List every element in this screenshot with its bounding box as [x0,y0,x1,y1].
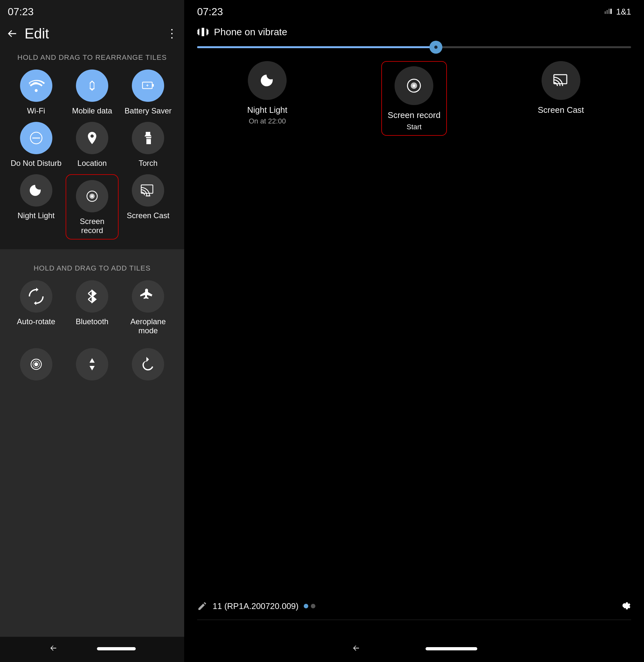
edit-icon[interactable] [197,601,207,611]
dot-blue [304,604,308,608]
add-tiles-grid: Auto-rotate Bluetooth [10,280,175,342]
page-title: Edit [25,25,160,42]
tile-battery-saver[interactable]: + Battery Saver [122,69,175,115]
tile-night-light[interactable]: Night Light [10,174,62,239]
status-right-icons: 1&1 [603,7,631,17]
torch-icon [139,129,157,147]
more-options-button[interactable]: ⋮ [166,27,178,40]
signal-icon [603,7,612,17]
tile-do-not-disturb[interactable]: Do Not Disturb [10,122,62,168]
aeroplane-label: Aeroplane mode [122,317,175,335]
back-button[interactable] [6,28,18,40]
dnd-label: Do Not Disturb [11,159,62,168]
qs-screen-record-label: Screen record [388,110,440,120]
extra-tiles-grid [10,342,175,381]
settings-button-right[interactable] [618,599,631,613]
build-info-container: 11 (RP1A.200720.009) [197,601,315,611]
battery-saver-label: Battery Saver [125,106,171,115]
tile-screen-record[interactable]: Screen record [66,174,118,239]
battery-saver-circle: + [132,69,164,102]
rearrange-section-label: HOLD AND DRAG TO REARRANGE TILES [0,48,184,69]
wifi-circle [20,69,52,102]
screen-cast-icon [139,182,157,199]
location-circle [76,122,108,154]
vibrate-label: Phone on vibrate [214,26,287,38]
data-saver-icon [83,356,101,373]
brightness-icon [432,43,440,51]
indicator-dots [304,604,315,608]
dot-gray [311,604,315,608]
location-label: Location [77,159,107,168]
brightness-thumb[interactable] [430,41,442,54]
tiles-grid: Wi-Fi Mobile data + Battery [0,69,184,249]
tile-torch[interactable]: Torch [122,122,175,168]
mobile-data-label: Mobile data [72,106,112,115]
svg-line-10 [88,296,92,299]
tile-location[interactable]: Location [66,122,118,168]
location-icon [83,129,101,147]
torch-circle [132,122,164,154]
mobile-data-icon [83,77,101,94]
screen-record-icon [83,187,101,205]
qs-tile-screen-record[interactable]: Screen record Start [344,61,484,136]
tile-extra-2[interactable] [66,348,118,381]
nav-back-right[interactable] [351,643,361,654]
qs-tile-screen-cast[interactable]: Screen Cast [491,61,631,136]
tile-bluetooth[interactable]: Bluetooth [66,280,118,335]
carrier-label: 1&1 [616,7,631,17]
wifi-label: Wi-Fi [27,106,45,115]
home-pill-right[interactable] [426,647,477,650]
vibrate-icon [197,26,209,38]
sync-icon [139,356,157,373]
qs-tile-night-light[interactable]: Night Light On at 22:00 [197,61,337,136]
gear-icon [618,599,631,612]
time-left: 07:23 [8,6,33,18]
qs-screen-cast-circle [542,61,580,100]
screen-record-label: Screen record [71,217,113,235]
mobile-data-circle [76,69,108,102]
extra-circle-2 [76,348,108,381]
aeroplane-circle [132,280,164,313]
tile-wifi[interactable]: Wi-Fi [10,69,62,115]
edit-header: Edit ⋮ [0,18,184,48]
bottom-info-row: 11 (RP1A.200720.009) [184,599,644,620]
svg-text:+: + [146,83,148,88]
qs-screen-record-circle [394,66,433,105]
qs-night-light-sublabel: On at 22:00 [249,117,286,125]
tile-aeroplane-mode[interactable]: Aeroplane mode [122,280,175,335]
dnd-circle [20,122,52,154]
right-panel: 07:23 1&1 Phone on vibrate [184,0,644,662]
tile-mobile-data[interactable]: Mobile data [66,69,118,115]
aeroplane-icon [139,288,157,305]
qs-screen-record-sublabel: Start [407,123,421,131]
status-bar-left: 07:23 [0,0,184,18]
tile-screen-cast[interactable]: Screen Cast [122,174,175,239]
night-light-circle [20,174,52,207]
qs-tiles-grid: Night Light On at 22:00 Screen record St… [184,58,644,149]
nav-back-left[interactable] [48,643,58,654]
qs-screen-cast-icon [551,71,571,90]
svg-rect-1 [152,84,154,87]
build-version: 11 (RP1A.200720.009) [213,601,299,611]
dnd-icon [27,129,45,147]
brightness-track[interactable] [197,46,631,48]
add-tiles-section: HOLD AND DRAG TO ADD TILES Auto-rotate [0,249,184,662]
screen-cast-circle [132,174,164,207]
separator-line [197,620,631,620]
auto-rotate-icon [27,288,45,305]
extra-circle-3 [132,348,164,381]
extra-circle-1 [20,348,52,381]
auto-rotate-label: Auto-rotate [17,317,55,326]
bluetooth-label: Bluetooth [76,317,108,326]
svg-rect-8 [141,185,153,193]
home-pill-left[interactable] [97,647,136,650]
battery-saver-icon: + [139,77,157,94]
status-bar-right: 07:23 1&1 [184,0,644,21]
brightness-row[interactable] [184,43,644,58]
radio-icon [27,356,45,373]
tile-extra-1[interactable] [10,348,62,381]
tile-extra-3[interactable] [122,348,175,381]
tile-auto-rotate[interactable]: Auto-rotate [10,280,62,335]
qs-screen-cast-label: Screen Cast [538,105,584,115]
brightness-fill [197,46,436,48]
